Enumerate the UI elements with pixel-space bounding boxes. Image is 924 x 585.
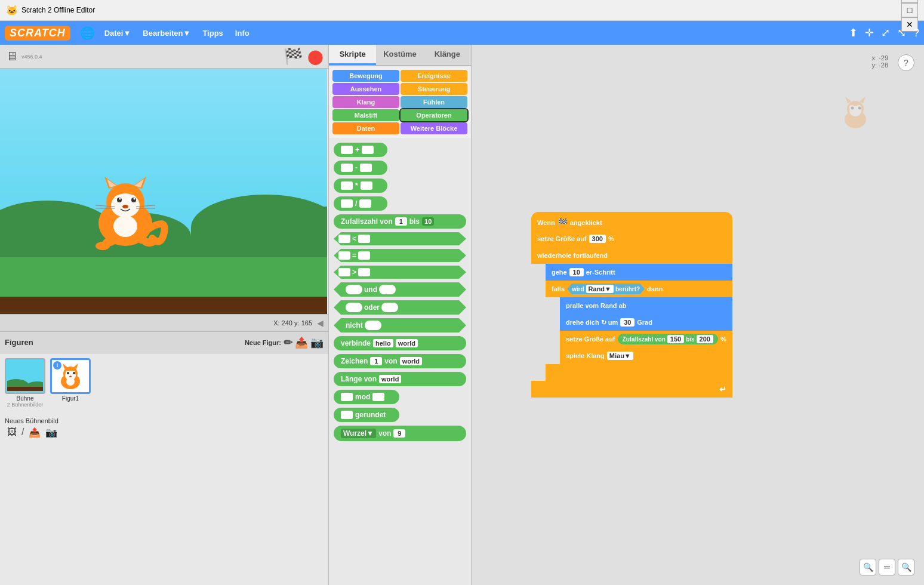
- block-equal[interactable]: =: [334, 249, 466, 262]
- stage-thumbnail-item[interactable]: Bühne 2 Bühnenbilder: [5, 358, 45, 408]
- expand-icon[interactable]: ⤢: [881, 26, 890, 39]
- menubar: SCRATCH 🌐 Datei▼ Bearbeiten▼ Tipps Info …: [0, 21, 924, 45]
- block-plus[interactable]: +: [334, 143, 387, 157]
- block-und[interactable]: und: [334, 282, 466, 297]
- tab-klaenge[interactable]: Klänge: [424, 45, 471, 65]
- new-figure-upload-btn[interactable]: 📤: [295, 336, 308, 349]
- backdrop-camera-btn[interactable]: 📷: [45, 427, 57, 438]
- zoom-controls: 🔍 ═ 🔍: [860, 559, 914, 575]
- backdrop-paint-btn[interactable]: 🖼: [7, 427, 17, 438]
- menu-file[interactable]: Datei▼: [100, 26, 136, 40]
- block-spiele-klang[interactable]: spiele Klang Miau▼: [560, 347, 732, 364]
- svg-point-34: [67, 372, 69, 374]
- block-gerundet[interactable]: gerundet: [334, 408, 399, 422]
- block-minus[interactable]: -: [334, 161, 387, 175]
- svg-point-37: [66, 377, 75, 386]
- cat-info-badge: i: [53, 361, 61, 370]
- backdrop-edit-btn[interactable]: /: [21, 427, 24, 438]
- cat-aussehen[interactable]: Aussehen: [332, 83, 399, 95]
- menu-tips[interactable]: Tipps: [198, 26, 227, 40]
- coord-x: x: -29: [871, 54, 888, 61]
- cat-fuehlen[interactable]: Fühlen: [401, 96, 467, 108]
- block-less[interactable]: <: [334, 232, 466, 245]
- block-nicht[interactable]: nicht: [334, 318, 466, 332]
- figures-label: Figuren: [5, 338, 33, 347]
- new-figure-camera-btn[interactable]: 📷: [310, 336, 324, 349]
- svg-point-20: [96, 242, 110, 250]
- app-icon: 🐱: [6, 5, 18, 16]
- upload-icon[interactable]: ⬆: [849, 26, 858, 39]
- backdrop-buttons: 🖼 / 📤 📷: [0, 427, 328, 438]
- cat-figure-name: Figur1: [62, 395, 79, 402]
- zoom-reset-button[interactable]: ═: [879, 559, 895, 575]
- app-title: Scratch 2 Offline Editor: [21, 6, 95, 14]
- script-area: ? x: -29 y: -28 Wenn: [472, 45, 924, 585]
- svg-rect-26: [7, 387, 43, 391]
- cat-klang[interactable]: Klang: [332, 96, 399, 108]
- maximize-button[interactable]: □: [901, 3, 918, 17]
- green-flag-button[interactable]: 🏁: [284, 47, 303, 66]
- zoom-out-button[interactable]: 🔍: [860, 559, 876, 575]
- titlebar: 🐱 Scratch 2 Offline Editor ─ □ ✕: [0, 0, 924, 21]
- globe-icon[interactable]: 🌐: [78, 23, 97, 42]
- stop-button[interactable]: ⬤: [307, 48, 324, 65]
- block-oder[interactable]: oder: [334, 300, 466, 315]
- block-setze-groesse[interactable]: setze Größe auf 300 %: [531, 230, 732, 247]
- blocks-list: + - * / Zufallszahl von 1: [329, 138, 471, 585]
- block-divide[interactable]: /: [334, 196, 387, 211]
- hat-block[interactable]: Wenn 🏁 angeklickt: [531, 212, 732, 230]
- main-layout: 🖥 v456.0.4 🏁 ⬤: [0, 45, 924, 585]
- expand-stage-button[interactable]: ◀: [317, 318, 324, 328]
- block-random[interactable]: Zufallszahl von 1 bis 10: [334, 214, 466, 229]
- block-zeichen[interactable]: Zeichen 1 von world: [334, 354, 466, 368]
- svg-point-11: [119, 198, 121, 200]
- block-mod[interactable]: mod: [334, 390, 399, 404]
- cat-figure-item[interactable]: i: [50, 358, 91, 402]
- script-area-cat: [834, 93, 876, 141]
- help-button[interactable]: ?: [898, 54, 914, 71]
- block-drehe[interactable]: drehe dich ↻ um 30 Grad: [560, 314, 732, 331]
- cat-steuerung[interactable]: Steuerung: [401, 83, 467, 95]
- cat-malstift[interactable]: Malstift: [332, 109, 399, 121]
- svg-point-45: [851, 107, 854, 110]
- new-backdrop-label: Neues Bühnenbild: [0, 415, 328, 427]
- block-gehe[interactable]: gehe 10 er-Schritt: [546, 264, 732, 281]
- tab-skripte[interactable]: Skripte: [329, 45, 376, 65]
- figures-panel: Figuren Neue Figur: ✏ 📤 📷: [0, 331, 328, 585]
- cat-daten[interactable]: Daten: [332, 122, 399, 134]
- wiederhole-top[interactable]: wiederhole fortlaufend: [531, 247, 732, 264]
- wiederhole-bottom: ↵: [531, 381, 732, 398]
- new-figure-paint-btn[interactable]: ✏: [284, 336, 292, 349]
- cat-ereignisse[interactable]: Ereignisse: [401, 70, 467, 82]
- stage-mode-icon[interactable]: 🖥: [5, 48, 19, 64]
- tab-kostueme[interactable]: Kostüme: [376, 45, 423, 65]
- figures-list: Bühne 2 Bühnenbilder i: [0, 353, 328, 412]
- help-icon[interactable]: ?: [913, 27, 919, 39]
- backdrop-upload-btn[interactable]: 📤: [29, 427, 41, 438]
- zoom-in-button[interactable]: 🔍: [898, 559, 914, 575]
- cat-operatoren[interactable]: Operatoren: [401, 109, 467, 121]
- menu-edit[interactable]: Bearbeiten▼: [138, 26, 195, 40]
- block-verbinde[interactable]: verbinde hello world: [334, 336, 466, 350]
- cat-thumb: i: [50, 358, 91, 394]
- block-laenge[interactable]: Länge von world: [334, 372, 466, 386]
- move-icon[interactable]: ✛: [865, 26, 874, 39]
- svg-point-35: [73, 372, 75, 374]
- stage-thumb: [5, 358, 45, 394]
- svg-point-13: [122, 205, 128, 208]
- svg-marker-40: [845, 97, 851, 103]
- cat-bewegung[interactable]: Bewegung: [332, 70, 399, 82]
- stage-coords: X: 240 y: 165 ◀: [0, 314, 328, 331]
- block-setze-groesse-random[interactable]: setze Größe auf Zufallszahl von 150 bis …: [560, 331, 732, 347]
- scratch-logo: SCRATCH: [5, 26, 70, 41]
- block-pralle[interactable]: pralle vom Rand ab: [560, 297, 732, 314]
- block-multiply[interactable]: *: [334, 178, 387, 193]
- menu-info[interactable]: Info: [230, 26, 254, 40]
- block-wurzel[interactable]: Wurzel▼ von 9: [334, 426, 466, 441]
- c-block-inner: gehe 10 er-Schritt falls wird Rand▼ berü…: [546, 264, 732, 381]
- cat-weitere[interactable]: Weitere Blöcke: [401, 122, 467, 134]
- coord-display: x: -29 y: -28: [871, 54, 888, 69]
- block-greater[interactable]: >: [334, 266, 466, 279]
- compress-icon[interactable]: ⤡: [897, 26, 906, 39]
- falls-top[interactable]: falls wird Rand▼ berührt? dann: [546, 281, 732, 297]
